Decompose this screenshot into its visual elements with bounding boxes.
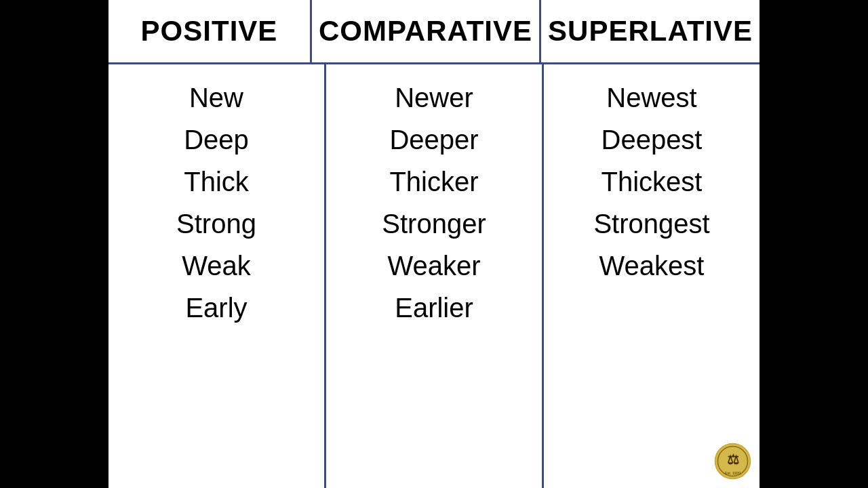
word-early: Early bbox=[185, 288, 247, 327]
word-deep: Deep bbox=[184, 120, 249, 159]
word-stronger: Stronger bbox=[382, 204, 486, 243]
word-thick: Thick bbox=[184, 162, 249, 201]
comparative-column: Newer Deeper Thicker Stronger Weaker Ear… bbox=[326, 64, 544, 488]
word-thicker: Thicker bbox=[389, 162, 478, 201]
positive-column: New Deep Thick Strong Weak Early bbox=[108, 64, 326, 488]
word-earlier: Earlier bbox=[395, 288, 473, 327]
adjective-table: POSITIVE COMPARATIVE SUPERLATIVE New Dee… bbox=[108, 0, 760, 488]
word-strongest: Strongest bbox=[593, 204, 709, 243]
word-new: New bbox=[189, 78, 243, 117]
word-weaker: Weaker bbox=[387, 246, 480, 285]
word-newer: Newer bbox=[395, 78, 473, 117]
word-newest: Newest bbox=[606, 78, 696, 117]
word-thickest: Thickest bbox=[601, 162, 703, 201]
superlative-column: Newest Deepest Thickest Strongest Weakes… bbox=[544, 64, 760, 488]
header-positive: POSITIVE bbox=[108, 0, 312, 62]
svg-text:Est. 1920: Est. 1920 bbox=[725, 471, 741, 475]
word-weakest: Weakest bbox=[599, 246, 705, 285]
header-superlative: SUPERLATIVE bbox=[541, 0, 760, 62]
header-comparative: COMPARATIVE bbox=[312, 0, 541, 62]
word-strong: Strong bbox=[176, 204, 256, 243]
svg-text:⚖: ⚖ bbox=[727, 452, 739, 467]
logo-badge: ⚖ Est. 1920 bbox=[714, 443, 751, 480]
word-deeper: Deeper bbox=[389, 120, 478, 159]
table-body: New Deep Thick Strong Weak Early Newer D… bbox=[108, 64, 760, 488]
word-weak: Weak bbox=[182, 246, 251, 285]
word-deepest: Deepest bbox=[601, 120, 703, 159]
table-header: POSITIVE COMPARATIVE SUPERLATIVE bbox=[108, 0, 760, 64]
